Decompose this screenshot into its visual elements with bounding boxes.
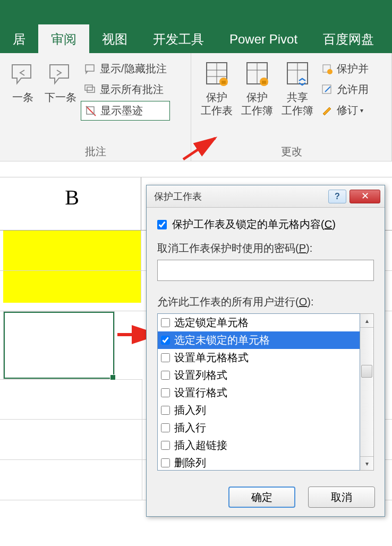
- edit-range-icon: [321, 83, 334, 96]
- dialog-help-button[interactable]: ?: [328, 190, 346, 203]
- cell-b1[interactable]: [3, 231, 141, 270]
- tab-powerpivot[interactable]: Power Pivot: [217, 25, 310, 53]
- prev-comment-label: 一条: [12, 91, 33, 104]
- show-ink-label: 显示墨迹: [100, 104, 143, 118]
- dialog-titlebar[interactable]: 保护工作表 ? ✕: [147, 185, 385, 208]
- permissions-scrollbar[interactable]: ▴ ▾: [360, 313, 374, 471]
- protect-content-row: 保护工作表及锁定的单元格内容(C): [157, 217, 374, 232]
- show-ink-button[interactable]: 显示墨迹: [81, 101, 170, 121]
- perm-format-rows[interactable]: 设置行格式: [158, 384, 360, 402]
- perm-format-rows-cb[interactable]: [161, 388, 170, 397]
- perm-insert-rows[interactable]: 插入行: [158, 419, 360, 437]
- perm-format-cells-cb[interactable]: [161, 353, 170, 362]
- tab-data[interactable]: 居: [0, 24, 38, 54]
- red-arrow-1: [181, 133, 223, 165]
- svg-rect-9: [221, 81, 226, 84]
- perm-format-cols[interactable]: 设置列格式: [158, 366, 360, 384]
- protect-content-label: 保护工作表及锁定的单元格内容(C): [172, 217, 336, 232]
- perm-format-cells[interactable]: 设置单元格格式: [158, 349, 360, 366]
- perm-select-locked[interactable]: 选定锁定单元格: [158, 314, 360, 331]
- protect-sheet-icon: [203, 59, 230, 89]
- ok-button[interactable]: 确定: [228, 487, 295, 508]
- perm-format-cols-cb[interactable]: [161, 371, 170, 380]
- tab-baidu[interactable]: 百度网盘: [310, 24, 387, 54]
- svg-rect-20: [322, 85, 331, 93]
- perm-insert-cols-cb[interactable]: [161, 406, 170, 415]
- allow-users-label: 允许用: [337, 82, 369, 97]
- perm-select-unlocked-cb[interactable]: [161, 336, 170, 345]
- ribbon-group-comments: 一条 下一条 显示/隐藏批注 显示所有批注 显示墨迹: [0, 53, 191, 161]
- perm-delete-cols[interactable]: 删除列: [158, 454, 360, 471]
- share-workbook-label: 共享 工作簿: [282, 91, 313, 117]
- show-hide-comment-button[interactable]: 显示/隐藏批注: [81, 59, 170, 78]
- prev-comment-icon: [10, 59, 36, 89]
- tab-review[interactable]: 审阅: [38, 24, 89, 54]
- ink-icon: [84, 105, 97, 117]
- password-label: 取消工作表保护时使用的密码(P):: [157, 241, 374, 255]
- perm-delete-cols-cb[interactable]: [161, 458, 170, 467]
- next-comment-icon: [47, 59, 74, 89]
- tab-view[interactable]: 视图: [89, 24, 140, 54]
- svg-line-21: [183, 138, 215, 159]
- protect-sheet-dialog: 保护工作表 ? ✕ 保护工作表及锁定的单元格内容(C) 取消工作表保护时使用的密…: [146, 185, 385, 517]
- show-all-comments-button[interactable]: 显示所有批注: [81, 80, 170, 99]
- protect-workbook-button[interactable]: 保护 工作簿: [237, 57, 277, 141]
- track-changes-label: 修订: [337, 103, 358, 117]
- svg-rect-14: [262, 81, 266, 84]
- scroll-up-button[interactable]: ▴: [360, 314, 373, 328]
- lock-small-icon: [321, 63, 334, 75]
- scroll-thumb[interactable]: [361, 365, 372, 378]
- ribbon-tabs: 居 审阅 视图 开发工具 Power Pivot 百度网盘: [0, 25, 392, 53]
- pencil-icon: [321, 104, 334, 117]
- cell-selected[interactable]: [4, 312, 114, 379]
- share-workbook-button[interactable]: 共享 工作簿: [277, 57, 318, 141]
- show-hide-label: 显示/隐藏批注: [100, 62, 167, 76]
- cell-b2[interactable]: [3, 271, 141, 303]
- protect-and-label: 保护并: [337, 62, 369, 76]
- protect-workbook-icon: [244, 59, 270, 89]
- prev-comment-button[interactable]: 一条: [5, 57, 40, 141]
- cancel-button[interactable]: 取消: [308, 487, 375, 508]
- password-input[interactable]: [157, 260, 374, 281]
- dialog-close-button[interactable]: ✕: [350, 190, 380, 203]
- comment-icon: [84, 63, 97, 75]
- show-all-label: 显示所有批注: [100, 82, 164, 97]
- perm-select-unlocked[interactable]: 选定未锁定的单元格: [158, 331, 360, 349]
- permissions-list[interactable]: 选定锁定单元格 选定未锁定的单元格 设置单元格格式 设置列格式 设置行格式 插入…: [157, 313, 360, 471]
- perm-insert-cols[interactable]: 插入列: [158, 402, 360, 419]
- allow-users-button[interactable]: 允许用: [318, 80, 372, 99]
- share-workbook-icon: [284, 59, 311, 89]
- column-b-header[interactable]: B: [3, 177, 141, 230]
- track-changes-button[interactable]: 修订 ▾: [318, 101, 372, 120]
- allow-users-label-text: 允许此工作表的所有用户进行(O):: [157, 295, 374, 309]
- permissions-box: 选定锁定单元格 选定未锁定的单元格 设置单元格格式 设置列格式 设置行格式 插入…: [157, 313, 374, 471]
- dialog-title: 保护工作表: [154, 190, 202, 203]
- protect-sheet-button[interactable]: 保护 工作表: [197, 57, 237, 141]
- svg-rect-1: [85, 85, 92, 90]
- svg-rect-2: [87, 87, 95, 92]
- tab-developer[interactable]: 开发工具: [140, 24, 217, 54]
- perm-select-locked-cb[interactable]: [161, 318, 170, 327]
- group-changes-label: 更改: [197, 141, 386, 159]
- protect-content-checkbox[interactable]: [157, 220, 167, 229]
- svg-point-19: [327, 69, 333, 74]
- group-comments-label: 批注: [5, 141, 185, 159]
- perm-insert-links-cb[interactable]: [161, 441, 170, 450]
- protect-sheet-label: 保护 工作表: [201, 91, 233, 117]
- next-comment-label: 下一条: [45, 91, 76, 104]
- scroll-track[interactable]: [360, 328, 373, 456]
- protect-and-button[interactable]: 保护并: [318, 59, 372, 78]
- svg-rect-0: [86, 65, 94, 71]
- scroll-down-button[interactable]: ▾: [360, 456, 373, 470]
- perm-insert-rows-cb[interactable]: [161, 423, 170, 432]
- protect-workbook-label: 保护 工作簿: [241, 91, 273, 117]
- app-titlebar: [0, 0, 392, 25]
- comments-icon: [84, 83, 97, 96]
- next-comment-button[interactable]: 下一条: [40, 57, 81, 141]
- dialog-button-row: 确定 取消: [147, 478, 385, 516]
- perm-insert-links[interactable]: 插入超链接: [158, 437, 360, 454]
